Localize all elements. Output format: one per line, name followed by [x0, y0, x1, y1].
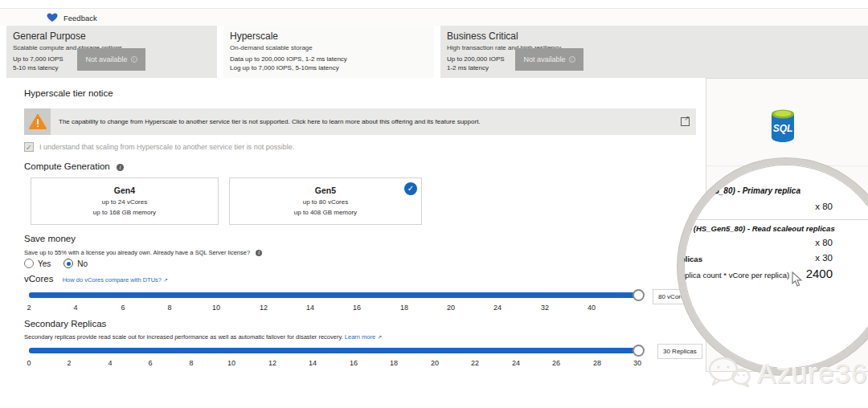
scaleout-row-label: d: [681, 239, 685, 248]
primary-replica-value: x 80: [815, 202, 833, 211]
radio-label: Yes: [38, 259, 51, 268]
magnifier-divider: [684, 219, 868, 220]
watermark-text: Azure365: [757, 357, 868, 390]
not-available-button[interactable]: Not available i: [515, 48, 583, 71]
tick-label: 8: [167, 304, 171, 312]
save-money-desc: Save up to 55% with a license you alread…: [24, 249, 262, 256]
tick-label: 12: [268, 359, 276, 367]
external-link-icon[interactable]: [681, 117, 690, 126]
radio-circle-icon: [24, 259, 34, 268]
scaleout-replicas-header: ale (HS_Gen5_80) - Read scaleout replica…: [681, 224, 835, 233]
warning-body: The capability to change from Hyperscale…: [51, 108, 696, 135]
tick-label: 14: [309, 359, 317, 367]
checkbox-label: I understand that scaling from Hyperscal…: [39, 143, 294, 151]
learn-more-link[interactable]: Learn more ↗: [345, 333, 382, 341]
replicas-value-box: 30 Replicas: [657, 344, 702, 359]
tick-label: 6: [148, 359, 152, 367]
tick-label: 12: [260, 304, 268, 312]
tick-label: 32: [541, 304, 549, 312]
feedback-bar[interactable]: Feedback: [0, 10, 868, 26]
tier-detail-line: Up to 200,000 IOPS: [447, 55, 505, 63]
vcores-title: vCores How do vCores compare with DTUs? …: [24, 274, 168, 284]
learn-more-text: Learn more: [345, 333, 375, 341]
magnifier-content: (HS_Gen5_80) - Primary replica x 80 ale …: [684, 165, 868, 369]
secondary-replicas-desc: Secondary replicas provide read scale ou…: [24, 333, 382, 341]
tick-label: 16: [350, 359, 358, 367]
tick-label: 18: [400, 304, 408, 312]
tier-detail-line: 5-10 ms latency: [13, 63, 63, 72]
hyperscale-ack-checkbox-row: ✓ I understand that scaling from Hypersc…: [24, 142, 294, 152]
radio-label: No: [77, 259, 88, 268]
tick-label: 2: [67, 359, 71, 367]
external-link-icon: ↗: [163, 277, 168, 283]
warning-icon-box: [24, 108, 51, 135]
tier-card-business-critical[interactable]: Business Critical High transaction rate …: [440, 26, 868, 78]
heart-icon: [47, 13, 58, 22]
not-available-label: Not available: [85, 55, 127, 63]
secondary-replicas-title: Secondary Replicas: [24, 319, 106, 328]
hyperscale-tier-notice-title: Hyperscale tier notice: [24, 88, 113, 98]
gen-name: Gen5: [230, 186, 421, 195]
tier-detail-line: Log up to 7,000 IOPS, 5-10ms latency: [230, 63, 347, 72]
tick-label: 2: [27, 304, 31, 312]
info-icon[interactable]: i: [117, 164, 124, 171]
vcores-slider-track[interactable]: [29, 292, 640, 298]
tier-card-hyperscale[interactable]: Hyperscale On-demand scalable storage Da…: [223, 26, 434, 78]
gen-vcores: up to 80 vCores: [230, 198, 421, 206]
tier-details: Up to 200,000 IOPS 1-2 ms latency: [447, 55, 505, 72]
compute-generation-title: Compute Generation i: [24, 161, 124, 171]
tier-title: General Purpose: [13, 31, 211, 42]
replicas-tick-labels: 0 2 4 6 8 10 12 14 16 18 20 22 24 26 28 …: [29, 359, 641, 369]
radio-no[interactable]: No: [63, 259, 88, 268]
license-radio-group: Yes No: [24, 259, 88, 268]
feedback-label: Feedback: [63, 14, 97, 22]
tier-details: Data up to 200,000 IOPS, 1-2 ms latency …: [230, 55, 347, 72]
warning-banner: The capability to change from Hyperscale…: [24, 108, 696, 135]
service-tier-config-screen: Feedback General Purpose Scalable comput…: [0, 0, 868, 408]
vcores-dtu-link[interactable]: How do vCores compare with DTUs? ↗: [63, 276, 168, 284]
tier-detail-line: 1-2 ms latency: [447, 63, 505, 72]
total-vcores-row-value: 2400: [806, 267, 833, 280]
info-icon: i: [131, 56, 137, 63]
primary-replica-header: (HS_Gen5_80) - Primary replica: [681, 186, 800, 195]
tier-detail-line: Up to 7,000 IOPS: [13, 55, 63, 63]
tier-details: Up to 7,000 IOPS 5-10 ms latency: [13, 55, 63, 72]
tick-label: 8: [189, 359, 193, 367]
gen5-option-card[interactable]: ✓ Gen5 up to 80 vCores up to 408 GB memo…: [229, 177, 422, 225]
replicas-row-value: x 30: [815, 253, 833, 263]
tier-desc: On-demand scalable storage: [230, 44, 428, 51]
tick-label: 24: [493, 304, 502, 312]
tier-card-general-purpose[interactable]: General Purpose Scalable compute and sto…: [6, 26, 217, 78]
checkbox[interactable]: ✓: [24, 142, 34, 152]
gen-memory: up to 408 GB memory: [230, 209, 421, 216]
replicas-slider-handle[interactable]: [633, 345, 645, 357]
vcores-dtu-link-text: How do vCores compare with DTUs?: [63, 276, 162, 284]
tick-label: 20: [447, 304, 455, 312]
gen-memory: up to 168 GB memory: [31, 209, 218, 216]
sql-database-icon: SQL: [769, 108, 796, 144]
radio-yes[interactable]: Yes: [24, 259, 51, 268]
tick-label: 28: [593, 359, 601, 367]
tick-label: 16: [353, 304, 361, 312]
warning-text: The capability to change from Hyperscale…: [59, 118, 681, 125]
warning-triangle-icon: [29, 114, 47, 130]
secondary-replicas-desc-text: Secondary replicas provide read scale ou…: [24, 333, 343, 341]
info-icon[interactable]: i: [256, 250, 262, 256]
tick-label: 0: [27, 359, 31, 367]
gen4-option-card[interactable]: Gen4 up to 24 vCores up to 168 GB memory: [31, 177, 219, 225]
vcores-tick-labels: 2 4 6 8 10 12 14 16 18 20 24 32 40: [29, 304, 641, 313]
external-link-icon: ↗: [377, 334, 382, 340]
vcores-slider-handle[interactable]: [633, 289, 645, 301]
tier-desc: High transaction rate and high resilienc…: [447, 44, 862, 51]
tier-detail-line: Data up to 200,000 IOPS, 1-2 ms latency: [230, 55, 347, 63]
not-available-button[interactable]: Not available i: [77, 48, 145, 71]
tick-label: 10: [227, 359, 235, 367]
tier-title: Hyperscale: [230, 31, 428, 42]
tick-label: 30: [633, 359, 641, 367]
replicas-slider-track[interactable]: [29, 348, 640, 353]
total-vcores-row-label: eplica count * vCore per replica): [681, 271, 789, 279]
mouse-cursor: [792, 271, 802, 287]
gen-name: Gen4: [31, 186, 218, 195]
top-strip: [0, 0, 868, 9]
gen-vcores: up to 24 vCores: [31, 198, 218, 206]
